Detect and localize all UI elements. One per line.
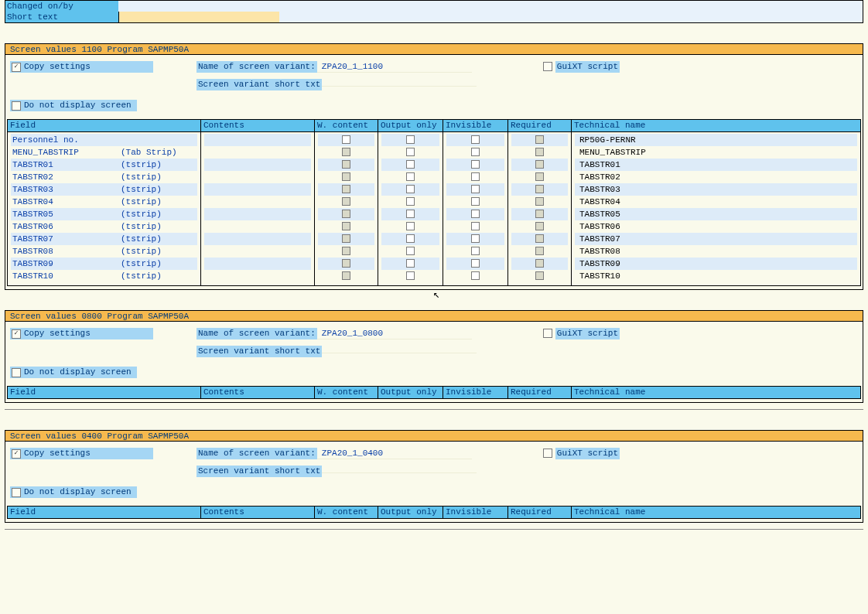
row-checkbox[interactable] xyxy=(471,259,480,268)
do-not-display-screen[interactable]: Do not display screen xyxy=(10,100,137,111)
field-name: Personnel no. xyxy=(11,134,121,146)
field-note: (tstrip) xyxy=(121,245,162,258)
row-checkbox[interactable] xyxy=(406,197,415,206)
copy-settings[interactable]: Copy settings xyxy=(10,328,153,339)
row-checkbox[interactable] xyxy=(471,234,480,243)
checkbox-cell xyxy=(446,233,504,245)
row-checkbox[interactable] xyxy=(406,148,415,156)
table-row: TABSTR09(tstrip) xyxy=(11,258,197,270)
variant-name-value[interactable]: ZPA20_1_1100 xyxy=(317,61,472,73)
settings-area: Copy settingsName of screen variant:ZPA2… xyxy=(5,55,863,119)
row-checkbox[interactable] xyxy=(471,197,480,206)
guixt-checkbox[interactable] xyxy=(543,449,552,458)
table-row: TABSTR08(tstrip) xyxy=(11,245,197,258)
contents-cell[interactable] xyxy=(204,245,311,258)
row-checkbox[interactable] xyxy=(406,271,415,280)
copy-settings-checkbox[interactable] xyxy=(12,449,21,459)
changed-on-by-label: Changed on/by xyxy=(5,1,118,12)
column-header-invisible: Invisible xyxy=(443,507,508,519)
do-not-display-screen[interactable]: Do not display screen xyxy=(10,486,137,498)
row-checkbox[interactable] xyxy=(342,135,350,144)
contents-cell[interactable] xyxy=(204,270,311,282)
checkbox-cell xyxy=(381,159,439,171)
row-checkbox[interactable] xyxy=(406,247,415,255)
guixt-checkbox[interactable] xyxy=(543,62,552,71)
short-text-input[interactable] xyxy=(118,12,279,22)
field-note: (Tab Strip) xyxy=(121,146,177,159)
variant-name-label: Name of screen variant: xyxy=(196,61,317,73)
row-checkbox[interactable] xyxy=(406,210,415,218)
contents-cell[interactable] xyxy=(204,146,311,159)
variant-short-txt-input[interactable] xyxy=(322,342,477,353)
row-checkbox[interactable] xyxy=(406,185,415,193)
column-header-field: Field xyxy=(8,120,201,132)
contents-cell[interactable] xyxy=(204,196,311,208)
row-checkbox xyxy=(342,271,350,280)
row-checkbox[interactable] xyxy=(471,271,480,280)
contents-cell[interactable] xyxy=(204,233,311,245)
technical-name: TABSTR05 xyxy=(575,208,857,220)
table-row: TABSTR03(tstrip) xyxy=(11,183,197,196)
table-row: TABSTR01(tstrip) xyxy=(11,159,197,171)
checkbox-cell xyxy=(318,220,374,233)
checkbox-cell xyxy=(511,245,568,258)
copy-settings[interactable]: Copy settings xyxy=(10,448,153,459)
contents-cell[interactable] xyxy=(204,134,311,146)
variant-short-txt-label: Screen variant short txt xyxy=(196,79,322,90)
checkbox-cell xyxy=(511,196,568,208)
guixt-checkbox[interactable] xyxy=(543,329,552,338)
column-header-technical_name: Technical name xyxy=(572,507,861,519)
copy-settings[interactable]: Copy settings xyxy=(10,61,153,73)
variant-name-value[interactable]: ZPA20_1_0800 xyxy=(317,328,472,339)
guixt-label: GuiXT script xyxy=(555,448,620,459)
do-not-display-checkbox[interactable] xyxy=(12,488,21,497)
row-checkbox[interactable] xyxy=(471,172,480,181)
do-not-display-checkbox[interactable] xyxy=(12,101,21,111)
variant-short-txt-input[interactable] xyxy=(322,75,477,87)
row-checkbox xyxy=(342,259,350,268)
row-checkbox[interactable] xyxy=(471,135,480,144)
top-info-box: Changed on/by Short text xyxy=(5,0,863,23)
contents-cell[interactable] xyxy=(204,258,311,270)
row-checkbox[interactable] xyxy=(471,185,480,193)
row-checkbox xyxy=(342,234,350,243)
field-name: TABSTR09 xyxy=(11,258,121,270)
do-not-display-checkbox[interactable] xyxy=(12,368,21,377)
row-checkbox[interactable] xyxy=(471,210,480,218)
copy-settings-checkbox[interactable] xyxy=(12,63,21,72)
contents-cell[interactable] xyxy=(204,171,311,183)
technical-name: TABSTR06 xyxy=(575,220,857,233)
row-checkbox[interactable] xyxy=(406,172,415,181)
contents-cell[interactable] xyxy=(204,159,311,171)
guixt-script[interactable]: GuiXT script xyxy=(542,328,620,339)
column-header-invisible: Invisible xyxy=(443,120,508,132)
row-checkbox[interactable] xyxy=(471,160,480,169)
do-not-display-screen[interactable]: Do not display screen xyxy=(10,367,137,378)
row-checkbox[interactable] xyxy=(471,222,480,230)
contents-cell[interactable] xyxy=(204,208,311,220)
contents-cell[interactable] xyxy=(204,220,311,233)
row-checkbox[interactable] xyxy=(406,222,415,230)
column-header-required: Required xyxy=(508,387,572,399)
guixt-script[interactable]: GuiXT script xyxy=(542,61,620,73)
row-checkbox[interactable] xyxy=(406,259,415,268)
row-checkbox[interactable] xyxy=(406,160,415,169)
guixt-label: GuiXT script xyxy=(555,328,620,339)
column-header-wcontent: W. content xyxy=(315,507,378,519)
field-name: MENU_TABSTRIP xyxy=(11,146,121,159)
row-checkbox[interactable] xyxy=(471,148,480,156)
screen-values-section: Screen values 1100 Program SAPMP50ACopy … xyxy=(5,43,863,290)
checkbox-cell xyxy=(381,258,439,270)
copy-settings-checkbox[interactable] xyxy=(12,329,21,339)
checkbox-cell xyxy=(446,245,504,258)
row-checkbox[interactable] xyxy=(406,135,415,144)
row-checkbox xyxy=(535,148,544,156)
variant-name-value[interactable]: ZPA20_1_0400 xyxy=(317,448,472,459)
variant-short-txt-input[interactable] xyxy=(322,462,477,473)
row-checkbox[interactable] xyxy=(471,247,480,255)
checkbox-cell xyxy=(318,183,374,196)
row-checkbox[interactable] xyxy=(406,234,415,243)
field-name: TABSTR05 xyxy=(11,208,121,220)
guixt-script[interactable]: GuiXT script xyxy=(542,448,620,459)
contents-cell[interactable] xyxy=(204,183,311,196)
